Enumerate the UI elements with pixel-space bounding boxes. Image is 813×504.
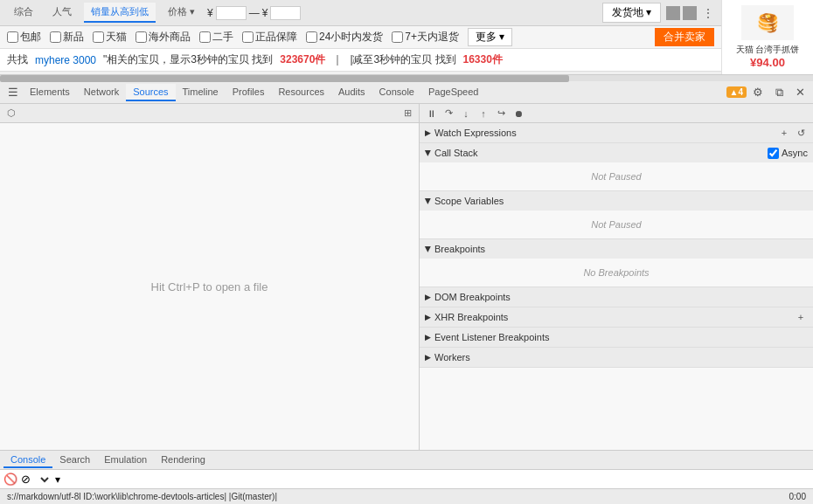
dock-btn[interactable]: ⧉ — [769, 83, 789, 102]
product-thumb-panel: 🥞 天猫 台湾手抓饼 ¥94.00 — [721, 0, 813, 74]
tab-timeline[interactable]: Timeline — [176, 84, 226, 101]
watch-expressions-header[interactable]: ▶ Watch Expressions + ↺ — [420, 123, 813, 142]
sources-pause-btn[interactable]: ⊞ — [400, 106, 415, 121]
dom-breakpoints-section: ▶ DOM Breakpoints — [420, 287, 813, 307]
merge-seller-button[interactable]: 合并卖家 — [655, 28, 714, 46]
debug-controls: ⏸ ↷ ↓ ↑ ↪ ⏺ — [420, 104, 813, 123]
origin-button[interactable]: 发货地 ▾ — [602, 3, 661, 23]
checkbox-7day[interactable]: 7+天内退货 — [392, 30, 459, 45]
scope-variables-header[interactable]: ▶ Scope Variables — [420, 191, 813, 211]
watch-triangle-icon: ▶ — [425, 128, 431, 137]
step-out-btn[interactable]: ↑ — [476, 106, 491, 121]
emulation-tab[interactable]: Emulation — [97, 452, 154, 468]
tab-elements[interactable]: Elements — [23, 84, 77, 101]
call-stack-section: ▶ Call Stack Async Not Paused — [420, 143, 813, 191]
tab-人气[interactable]: 人气 — [45, 3, 79, 23]
call-stack-triangle-icon: ▶ — [424, 150, 433, 156]
deactivate-btn[interactable]: ↪ — [493, 106, 509, 121]
tab-network[interactable]: Network — [77, 84, 126, 101]
devtools-toggle-btn[interactable]: ☰ — [3, 83, 23, 102]
refresh-watch-btn[interactable]: ↺ — [794, 126, 808, 140]
frame-selector[interactable] — [34, 473, 52, 486]
tab-综合[interactable]: 综合 — [7, 3, 40, 23]
product-thumbnail: 🥞 — [741, 5, 794, 40]
frame-arrow: ▾ — [55, 473, 60, 486]
tab-sources[interactable]: Sources — [126, 84, 175, 101]
breakpoints-title: Breakpoints — [434, 244, 485, 254]
async-checkbox: Async — [768, 148, 808, 159]
price-max-input[interactable] — [270, 6, 301, 20]
checkbox-正品保障[interactable]: 正品保障 — [242, 30, 297, 45]
checkbox-24h[interactable]: 24小时内发货 — [306, 30, 383, 45]
workers-header[interactable]: ▶ Workers — [420, 348, 813, 367]
more-filter-button[interactable]: 更多 ▾ — [468, 28, 512, 46]
async-btn[interactable]: ⏺ — [511, 106, 526, 121]
step-over-btn[interactable]: ↷ — [441, 106, 456, 121]
close-btn[interactable]: ✕ — [790, 83, 810, 102]
checkbox-天猫[interactable]: 天猫 — [93, 30, 127, 45]
call-stack-header[interactable]: ▶ Call Stack Async — [420, 143, 813, 162]
add-watch-btn[interactable]: + — [777, 126, 791, 140]
devtools-toolbar: ☰ Elements Network Sources Timeline Prof… — [0, 81, 813, 104]
tab-profiles[interactable]: Profiles — [226, 84, 272, 101]
breakpoints-empty: No Breakpoints — [420, 262, 813, 283]
scroll-thumb — [0, 75, 569, 82]
product-result-bar: 共找 myhere 3000 "相关的宝贝，显示3秒钟的宝贝 找到 323670… — [0, 49, 721, 72]
scope-variables-title: Scope Variables — [434, 196, 504, 206]
console-tab[interactable]: Console — [3, 452, 52, 468]
horizontal-scrollbar[interactable] — [0, 74, 813, 81]
xhr-breakpoints-section: ▶ XHR Breakpoints + — [420, 307, 813, 328]
status-bar: s://markdown/utf-8l ID:\work\lib\chrome-… — [0, 488, 813, 504]
product-name-label: 天猫 台湾手抓饼 — [736, 44, 800, 56]
tab-pagespeed[interactable]: PageSpeed — [421, 84, 486, 101]
devtools-main: ⬡ ⊞ Hit Ctrl+P to open a file ⏸ ↷ ↓ ↑ ↪ … — [0, 104, 813, 450]
xhr-breakpoints-header[interactable]: ▶ XHR Breakpoints + — [420, 307, 813, 327]
sources-toolbar: ⬡ ⊞ — [0, 104, 419, 123]
workers-title: Workers — [434, 352, 470, 362]
checkbox-新品[interactable]: 新品 — [50, 30, 84, 45]
tab-resources[interactable]: Resources — [271, 84, 331, 101]
async-checkbox-input[interactable] — [768, 148, 779, 159]
call-stack-content: Not Paused — [420, 162, 813, 190]
status-url: s://markdown/utf-8l ID:\work\lib\chrome-… — [7, 492, 789, 501]
list-view-icon[interactable] — [683, 6, 697, 20]
search-tab[interactable]: Search — [52, 452, 97, 468]
result-mid: "相关的宝贝，显示3秒钟的宝贝 找到 — [103, 52, 273, 67]
more-options-icon[interactable]: ⋮ — [702, 6, 714, 20]
dom-breakpoints-header[interactable]: ▶ DOM Breakpoints — [420, 287, 813, 307]
async-label: Async — [782, 148, 808, 158]
price-min-input[interactable] — [216, 6, 247, 20]
checkbox-二手[interactable]: 二手 — [199, 30, 233, 45]
event-listener-header[interactable]: ▶ Event Listener Breakpoints — [420, 328, 813, 347]
tab-价格[interactable]: 价格 ▾ — [161, 3, 202, 23]
breakpoints-triangle-icon: ▶ — [424, 246, 433, 252]
breakpoints-header[interactable]: ▶ Breakpoints — [420, 239, 813, 259]
result-link[interactable]: myhere 3000 — [35, 54, 96, 66]
dom-triangle-icon: ▶ — [425, 293, 431, 301]
filter-icon[interactable]: ⊘ — [21, 473, 31, 486]
tab-console[interactable]: Console — [372, 84, 421, 101]
price-currency-2: ¥ — [262, 7, 268, 19]
tab-销量[interactable]: 销量从高到低 — [84, 3, 156, 23]
checkbox-包邮[interactable]: 包邮 — [7, 30, 41, 45]
grid-view-icon[interactable] — [666, 6, 680, 20]
scope-variables-content: Not Paused — [420, 211, 813, 238]
rendering-tab[interactable]: Rendering — [154, 452, 212, 468]
result-count1: 323670件 — [280, 52, 325, 67]
settings-btn[interactable]: ⚙ — [748, 83, 768, 102]
xhr-triangle-icon: ▶ — [425, 313, 431, 321]
checkbox-海外商品[interactable]: 海外商品 — [136, 30, 191, 45]
workers-triangle-icon: ▶ — [425, 353, 431, 362]
result-prefix: 共找 — [7, 52, 28, 67]
filter-bar: 综合 人气 销量从高到低 价格 ▾ ¥ — ¥ 发货地 ▾ — [0, 0, 721, 26]
xhr-actions: + — [794, 310, 808, 324]
step-into-btn[interactable]: ↓ — [458, 106, 474, 121]
add-xhr-btn[interactable]: + — [794, 310, 808, 324]
breakpoints-content: No Breakpoints — [420, 259, 813, 287]
pause-resume-btn[interactable]: ⏸ — [423, 106, 439, 121]
sources-nav-btn[interactable]: ⬡ — [3, 106, 19, 121]
clear-console-icon[interactable]: 🚫 — [3, 473, 17, 486]
tab-audits[interactable]: Audits — [331, 84, 372, 101]
call-stack-title: Call Stack — [434, 148, 478, 158]
product-price-label: ¥94.00 — [750, 56, 785, 69]
